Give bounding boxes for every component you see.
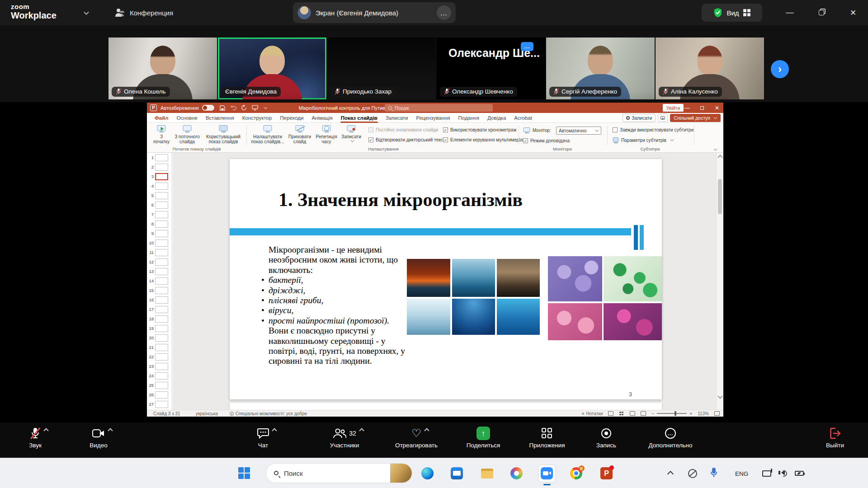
participants-options-chevron[interactable]: [359, 428, 364, 433]
slide-thumbnail-3[interactable]: 3: [147, 172, 171, 181]
normal-view-icon[interactable]: [608, 411, 613, 416]
slide-thumbnail-2[interactable]: 2: [147, 162, 171, 172]
react-button[interactable]: ♡ Отреагировать: [387, 426, 446, 449]
tile-more-button[interactable]: ...: [521, 42, 533, 51]
notes-button[interactable]: ≡ Нотатки: [582, 411, 603, 416]
autosave-toggle[interactable]: [202, 105, 214, 111]
tab-view[interactable]: Подання: [454, 113, 483, 123]
video-tile-5[interactable]: Сергій Алеференко: [546, 38, 656, 99]
slide-thumbnail-22[interactable]: 22: [147, 352, 171, 361]
slide-thumbnail-15[interactable]: 15: [147, 286, 171, 295]
checkbox-presenter-view[interactable]: Режим доповідача: [523, 138, 570, 143]
slide-thumbnail-19[interactable]: 19: [147, 324, 171, 333]
fit-to-window-icon[interactable]: [714, 411, 720, 416]
tab-screen-share[interactable]: Экран (Євгенія Демидова) ...: [293, 2, 456, 23]
slide-thumbnail-12[interactable]: 12: [147, 257, 171, 267]
scrollbar-thumb[interactable]: [718, 179, 722, 214]
reading-view-icon[interactable]: [630, 411, 635, 416]
slide-thumbnail-5[interactable]: 5: [147, 191, 171, 200]
slide-thumbnail-13[interactable]: 13: [147, 267, 171, 276]
tab-review[interactable]: Рецензування: [412, 113, 454, 123]
more-button[interactable]: ... Дополнительно: [641, 426, 700, 449]
participants-button[interactable]: 32 Участники: [308, 426, 381, 449]
search-highlight-image[interactable]: [390, 464, 412, 483]
vertical-scrollbar[interactable]: [716, 153, 723, 410]
scroll-up-icon[interactable]: [717, 155, 722, 160]
checkbox-keep-slides-updated[interactable]: Постійно оновлювати слайди: [368, 127, 439, 132]
next-participants-button[interactable]: ›: [771, 60, 789, 78]
start-button[interactable]: [238, 467, 250, 479]
window-minimize-button[interactable]: —: [783, 6, 797, 19]
tab-more-button[interactable]: ...: [437, 5, 451, 20]
camera-blocked-icon[interactable]: [688, 469, 697, 478]
file-explorer-icon[interactable]: [481, 467, 493, 479]
slide-thumbnail-17[interactable]: 17: [147, 305, 171, 314]
undo-icon[interactable]: [230, 104, 237, 111]
tab-help[interactable]: Довідка: [483, 113, 510, 123]
battery-icon[interactable]: [795, 471, 804, 476]
accessibility-status[interactable]: Спеціальні можливості: усе добре: [230, 411, 307, 416]
taskbar-search[interactable]: Поиск: [266, 463, 412, 483]
video-tile-4[interactable]: Олександр Ше... ... Олександр Шевченко: [437, 38, 546, 99]
audio-options-chevron[interactable]: [43, 428, 48, 433]
window-restore-button[interactable]: [815, 6, 828, 19]
checkbox-media-controls[interactable]: Елементи керування мультимедіа: [443, 137, 523, 142]
video-tile-3[interactable]: Приходько Захар: [327, 38, 437, 99]
setup-slideshow-button[interactable]: Налаштувати показ слайдів...: [250, 125, 285, 145]
slide-thumbnail-23[interactable]: 23: [147, 361, 171, 371]
speaker-icon[interactable]: [778, 470, 785, 475]
record-slideshow-button[interactable]: Записати: [340, 125, 362, 142]
leave-button[interactable]: Выйти: [806, 426, 864, 449]
tab-home[interactable]: Основне: [173, 113, 202, 123]
video-options-chevron[interactable]: [108, 428, 113, 433]
scroll-down-icon[interactable]: [717, 394, 722, 399]
ppt-close-button[interactable]: ✕: [710, 103, 724, 113]
slide-thumbnail-7[interactable]: 7: [147, 210, 171, 219]
video-tile-6[interactable]: Аліна Калусенко: [656, 38, 765, 99]
video-tile-2-active-speaker[interactable]: Євгенія Демидова: [218, 38, 327, 99]
record-meeting-button[interactable]: Запись: [577, 426, 636, 449]
language-indicator[interactable]: ENG: [735, 470, 748, 477]
from-start-button[interactable]: З початку: [151, 125, 171, 145]
slide-thumbnail-9[interactable]: 9: [147, 229, 171, 238]
current-slide[interactable]: 1. Значення мікроорганізмів Мікроорганіз…: [230, 159, 662, 399]
slideshow-view-icon[interactable]: [641, 411, 646, 416]
ppt-minimize-button[interactable]: —: [680, 103, 694, 113]
from-current-slide-button[interactable]: З поточного слайда: [173, 125, 201, 145]
zoom-slider[interactable]: −+: [651, 411, 692, 416]
tab-insert[interactable]: Вставлення: [202, 113, 238, 123]
slide-thumbnail-24[interactable]: 24: [147, 371, 171, 380]
checkbox-use-timings[interactable]: Використовувати хронометраж: [443, 127, 516, 132]
slide-thumbnail-21[interactable]: 21: [147, 343, 171, 352]
record-button[interactable]: Записати: [623, 114, 656, 122]
hide-slide-button[interactable]: Приховати слайд: [287, 125, 312, 145]
tab-acrobat[interactable]: Acrobat: [510, 113, 536, 123]
audio-button[interactable]: Звук: [6, 426, 65, 449]
slide-thumbnail-6[interactable]: 6: [147, 200, 171, 210]
slide-thumbnail-20[interactable]: 20: [147, 333, 171, 343]
view-button[interactable]: Вид: [702, 4, 762, 22]
tray-mic-icon[interactable]: [711, 468, 717, 477]
tab-meeting[interactable]: Конференция: [115, 5, 173, 20]
chevron-down-icon[interactable]: [84, 9, 89, 14]
tab-file[interactable]: Файл: [151, 113, 173, 123]
ppt-restore-button[interactable]: [695, 103, 709, 113]
slide-thumbnail-26[interactable]: 26: [147, 390, 171, 399]
quick-access-chevron-icon[interactable]: [264, 105, 267, 109]
react-options-chevron[interactable]: [424, 428, 429, 433]
apps-button[interactable]: Приложения: [518, 426, 576, 449]
tab-slideshow-active[interactable]: Показ слайдів: [337, 113, 382, 123]
chat-button[interactable]: Чат: [234, 426, 292, 449]
tray-overflow-chevron[interactable]: [667, 471, 674, 477]
tab-transitions[interactable]: Переходи: [276, 113, 307, 123]
tab-design[interactable]: Конструктор: [238, 113, 276, 123]
collapse-ribbon-icon[interactable]: [714, 147, 717, 151]
tab-record[interactable]: Записати: [382, 113, 412, 123]
language-status[interactable]: українська: [196, 411, 218, 416]
slide-thumbnail-27[interactable]: 27: [147, 399, 171, 409]
share-button[interactable]: Спільний доступ: [670, 114, 721, 122]
slide-thumbnail-10[interactable]: 10: [147, 238, 171, 248]
slide-thumbnail-11[interactable]: 11: [147, 248, 171, 257]
monitor-dropdown[interactable]: Автоматично: [556, 127, 601, 135]
subtitle-settings-button[interactable]: Параметри субтитрів: [613, 137, 674, 143]
